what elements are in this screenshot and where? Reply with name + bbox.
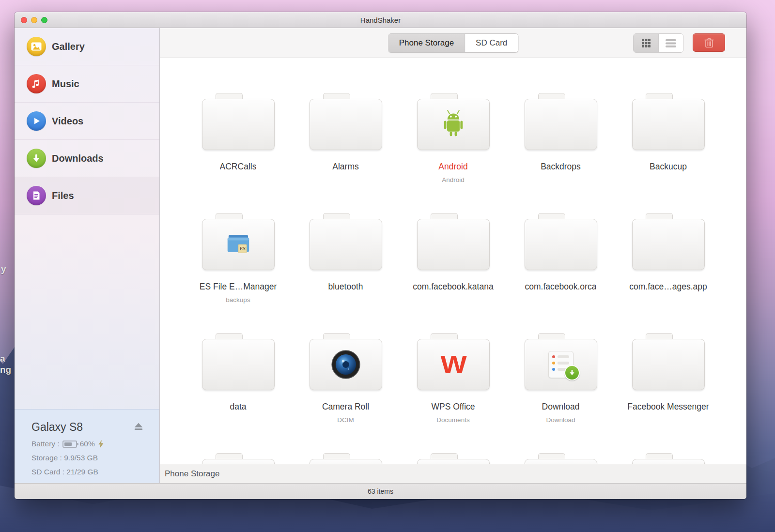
folder-icon (310, 213, 382, 270)
folder-name: bluetooth (328, 282, 363, 292)
folder-item[interactable]: Facebook Messenger (615, 333, 722, 453)
breadcrumb-path: Phone Storage (165, 469, 219, 479)
folder-icon (417, 213, 490, 270)
folder-icon (202, 333, 275, 390)
sidebar-item-files[interactable]: Files (15, 177, 159, 214)
minimize-button[interactable] (31, 17, 37, 23)
folder-name: Backucup (650, 162, 687, 172)
sidebar: Gallery Music Videos Downloads (15, 28, 160, 483)
videos-icon (27, 111, 46, 131)
eject-button[interactable] (132, 420, 145, 434)
folder-icon (632, 93, 705, 150)
folder-icon (525, 213, 597, 270)
folder-icon (525, 333, 597, 390)
storage-info: Storage : 9.9/53 GB (31, 454, 98, 462)
folder-name: Facebook Messenger (627, 402, 709, 412)
folder-icon (202, 453, 275, 464)
tab-phone-storage[interactable]: Phone Storage (388, 34, 465, 52)
sd-card-info: SD Card : 21/29 GB (31, 468, 98, 476)
sidebar-item-label: Downloads (52, 153, 104, 164)
folder-item[interactable]: com.face…ages.app (615, 213, 722, 333)
battery-icon (62, 441, 77, 448)
breadcrumb: Phone Storage (160, 464, 746, 483)
folder-item[interactable]: data (185, 333, 292, 453)
items-count: 63 items (368, 487, 393, 495)
folder-name: Download (542, 402, 580, 412)
folder-icon: W (417, 333, 490, 390)
es-file-icon: ES (202, 219, 275, 270)
download-icon (525, 339, 597, 390)
folder-item[interactable]: Camera Roll DCIM (292, 333, 400, 453)
folder-icon (310, 453, 382, 464)
folder-item[interactable]: Backucup (615, 93, 722, 213)
folder-icon (310, 333, 382, 390)
downloads-icon (27, 149, 46, 168)
android-icon (417, 99, 490, 150)
folder-item[interactable]: ACRCalls (185, 93, 292, 213)
folder-name: com.facebook.katana (413, 282, 493, 292)
list-view-button[interactable] (658, 34, 683, 52)
close-button[interactable] (21, 17, 27, 23)
folder-item[interactable]: Backdrops (507, 93, 615, 213)
folder-icon (525, 453, 597, 464)
storage-tabs: Phone Storage SD Card (388, 33, 519, 53)
folder-grid: ACRCalls Alarms (160, 58, 746, 464)
folder-item[interactable]: bluetooth (292, 213, 400, 333)
device-name: Galaxy S8 (31, 421, 83, 434)
folder-item[interactable]: Alarms (292, 93, 400, 213)
titlebar[interactable]: HandShaker (15, 12, 746, 28)
tab-sd-card[interactable]: SD Card (465, 34, 518, 52)
sidebar-item-videos[interactable]: Videos (15, 103, 159, 140)
sidebar-item-label: Videos (52, 116, 83, 127)
folder-icon: ES (202, 213, 275, 270)
wps-icon: W (417, 339, 490, 390)
charging-bolt-icon (98, 440, 104, 448)
battery-percent: 60% (80, 440, 95, 448)
folder-item[interactable]: com.facebook.katana (400, 213, 507, 333)
folder-name: ACRCalls (220, 162, 257, 172)
desktop-label-fragment: y (1, 264, 6, 274)
folder-subtitle: Android (442, 176, 465, 183)
partial-folder-row (160, 453, 746, 464)
folder-icon (525, 93, 597, 150)
folder-subtitle: backups (226, 296, 250, 304)
sidebar-item-downloads[interactable]: Downloads (15, 140, 159, 177)
view-toggle (633, 33, 683, 53)
folder-item[interactable]: ES ES File E…Manager backups (185, 213, 292, 333)
folder-name: Alarms (332, 162, 358, 172)
handshaker-window: HandShaker Gallery Music Videos (15, 12, 746, 499)
folder-icon (632, 453, 705, 464)
desktop-label-fragment: a (0, 353, 5, 364)
sidebar-item-music[interactable]: Music (15, 65, 159, 103)
status-bar: 63 items (15, 483, 746, 499)
trash-icon (704, 37, 714, 48)
folder-name: Android (438, 162, 467, 172)
sidebar-item-label: Files (52, 190, 74, 201)
folder-name: ES File E…Manager (200, 282, 277, 292)
grid-view-button[interactable] (634, 34, 658, 52)
folder-item[interactable]: com.facebook.orca (507, 213, 615, 333)
sidebar-item-gallery[interactable]: Gallery (15, 28, 159, 65)
zoom-button[interactable] (41, 17, 47, 23)
folder-name: data (230, 402, 246, 412)
battery-label: Battery : (31, 440, 60, 448)
grid-icon (641, 38, 651, 48)
desktop-label-fragment: ng (0, 365, 11, 375)
folder-item[interactable]: Android Android (400, 93, 507, 213)
folder-icon (632, 333, 705, 390)
folder-item[interactable]: Download Download (507, 333, 615, 453)
gallery-icon (27, 37, 46, 56)
folder-subtitle: Documents (436, 416, 469, 424)
folder-name: com.face…ages.app (629, 282, 707, 292)
folder-subtitle: DCIM (337, 416, 354, 424)
camera-icon (310, 339, 382, 390)
content-area: Phone Storage SD Card (160, 28, 746, 483)
delete-button[interactable] (693, 33, 725, 52)
folder-item[interactable]: W WPS Office Documents (400, 333, 507, 453)
window-title: HandShaker (360, 16, 401, 24)
device-panel: Galaxy S8 Battery : 60% Storage : 9.9/53… (15, 409, 159, 483)
toolbar: Phone Storage SD Card (160, 28, 746, 58)
folder-icon (417, 93, 490, 150)
folder-name: Backdrops (541, 162, 581, 172)
folder-icon (417, 453, 490, 464)
